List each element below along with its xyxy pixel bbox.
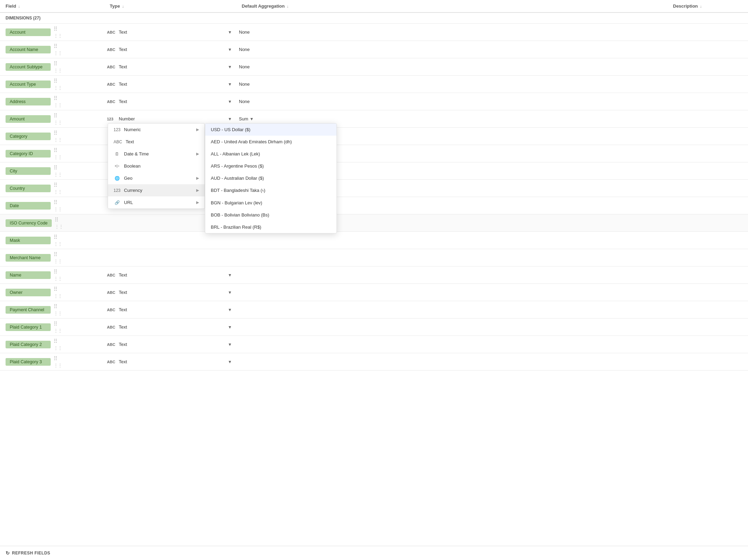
type-dropdown-btn-account-type[interactable]: ▼	[226, 81, 233, 87]
field-tag-payment-channel[interactable]: Payment Channel	[6, 306, 51, 314]
drag-handle-city[interactable]: ⋮⋮	[53, 164, 62, 177]
drag-handle-account-name[interactable]: ⋮⋮	[53, 43, 62, 56]
type-dropdown-btn-plaid-category-2[interactable]: ▼	[226, 341, 233, 348]
type-sort-icon[interactable]: ↓	[122, 4, 124, 8]
field-tag-address[interactable]: Address	[6, 98, 51, 105]
aggregation-cell-account-type: None	[236, 79, 679, 89]
drag-handle-name[interactable]: ⋮⋮	[53, 269, 62, 281]
field-tag-country[interactable]: Country	[6, 185, 51, 192]
type-icon-address: ABC	[107, 100, 117, 104]
currency-item-1[interactable]: AED - United Arab Emirates Dirham (dh)	[205, 136, 336, 148]
type-dropdown-btn-account-name[interactable]: ▼	[226, 46, 233, 53]
field-tag-amount[interactable]: Amount	[6, 115, 51, 123]
drag-handle-address[interactable]: ⋮⋮	[53, 95, 62, 108]
field-tag-owner[interactable]: Owner	[6, 289, 51, 296]
type-dropdown-btn-plaid-category-1[interactable]: ▼	[226, 324, 233, 330]
aggregation-cell-plaid-category-2	[236, 342, 679, 347]
type-dropdown-btn-account-subtype[interactable]: ▼	[226, 64, 233, 70]
aggregation-cell-account-name: None	[236, 45, 679, 54]
drag-handle-account-subtype[interactable]: ⋮⋮	[53, 60, 62, 73]
geo-arrow: ▶	[196, 176, 199, 180]
description-cell-account-subtype	[679, 65, 748, 69]
field-tag-account-type[interactable]: Account Type	[6, 80, 51, 88]
field-tag-plaid-category-2[interactable]: Plaid Category 2	[6, 341, 51, 348]
type-dropdown-btn-name[interactable]: ▼	[226, 272, 233, 278]
currency-item-0[interactable]: USD - US Dollar ($)	[205, 124, 336, 136]
field-tag-account-name[interactable]: Account Name	[6, 46, 51, 53]
field-tag-name[interactable]: Name	[6, 271, 51, 279]
field-cell-account: Account⋮⋮	[0, 24, 104, 41]
field-tag-iso-currency-code[interactable]: ISO Currency Code	[6, 219, 52, 227]
currency-item-4[interactable]: AUD - Australian Dollar ($)	[205, 172, 336, 184]
drag-handle-merchant-name[interactable]: ⋮⋮	[53, 251, 62, 264]
drag-handle-amount[interactable]: ⋮⋮	[53, 112, 62, 125]
field-tag-mask[interactable]: Mask	[6, 237, 51, 244]
field-cell-payment-channel: Payment Channel⋮⋮	[0, 301, 104, 318]
field-cell-plaid-category-1: Plaid Category 1⋮⋮	[0, 319, 104, 336]
field-cell-account-type: Account Type⋮⋮	[0, 76, 104, 93]
field-tag-city[interactable]: City	[6, 167, 51, 175]
type-dropdown-btn-amount[interactable]: ▼	[226, 116, 233, 122]
type-dropdown-btn-account[interactable]: ▼	[226, 29, 233, 35]
field-column-header: Field ↓	[6, 3, 110, 9]
table-row: Owner⋮⋮ABCText▼	[0, 284, 748, 301]
field-tag-plaid-category-3[interactable]: Plaid Category 3	[6, 358, 51, 366]
aggregation-column-header: Default Aggregation ↓	[242, 3, 673, 9]
type-cell-merchant-name	[104, 256, 236, 260]
drag-handle-account[interactable]: ⋮⋮	[53, 26, 62, 39]
drag-handle-category-id[interactable]: ⋮⋮	[53, 147, 62, 160]
boolean-icon: ×|÷	[114, 164, 120, 168]
field-tag-merchant-name[interactable]: Merchant Name	[6, 254, 51, 262]
drag-handle-country[interactable]: ⋮⋮	[53, 182, 62, 195]
drag-handle-payment-channel[interactable]: ⋮⋮	[53, 303, 62, 316]
type-label-address: Text	[119, 99, 224, 104]
field-tag-category-id[interactable]: Category ID	[6, 150, 51, 158]
currency-item-5[interactable]: BDT - Bangladeshi Taka (৳)	[205, 184, 336, 197]
menu-item-url[interactable]: 🔗 URL ▶	[108, 196, 205, 209]
table-row: Name⋮⋮ABCText▼	[0, 266, 748, 284]
aggregation-cell-address: None	[236, 97, 679, 106]
type-dropdown-btn-address[interactable]: ▼	[226, 99, 233, 105]
field-tag-account-subtype[interactable]: Account Subtype	[6, 63, 51, 71]
type-dropdown-btn-plaid-category-3[interactable]: ▼	[226, 359, 233, 365]
type-label-plaid-category-3: Text	[119, 359, 224, 364]
currency-item-8[interactable]: BRL - Brazilian Real (R$)	[205, 221, 336, 233]
numeric-label: Numeric	[124, 127, 141, 132]
drag-handle-owner[interactable]: ⋮⋮	[53, 286, 62, 299]
menu-item-text[interactable]: ABC Text	[108, 136, 205, 148]
type-icon-account-subtype: ABC	[107, 65, 117, 69]
drag-handle-date[interactable]: ⋮⋮	[53, 199, 62, 212]
drag-handle-plaid-category-1[interactable]: ⋮⋮	[53, 321, 62, 333]
field-tag-account[interactable]: Account	[6, 28, 51, 36]
menu-item-datetime[interactable]: 🗓 Date & Time ▶	[108, 148, 205, 160]
type-dropdown-btn-owner[interactable]: ▼	[226, 289, 233, 296]
field-tag-plaid-category-1[interactable]: Plaid Category 1	[6, 323, 51, 331]
description-sort-icon[interactable]: ↓	[700, 4, 702, 8]
aggregation-sort-icon[interactable]: ↓	[287, 4, 289, 8]
agg-dropdown-btn-amount[interactable]: ▼	[250, 117, 254, 121]
drag-handle-account-type[interactable]: ⋮⋮	[53, 78, 62, 91]
drag-handle-mask[interactable]: ⋮⋮	[53, 234, 62, 247]
currency-item-6[interactable]: BGN - Bulgarian Lev (lev)	[205, 197, 336, 209]
menu-item-geo[interactable]: 🌐 Geo ▶	[108, 172, 205, 184]
type-label-plaid-category-2: Text	[119, 342, 224, 347]
drag-handle-plaid-category-2[interactable]: ⋮⋮	[53, 338, 62, 351]
menu-item-boolean[interactable]: ×|÷ Boolean	[108, 160, 205, 172]
boolean-label: Boolean	[124, 163, 141, 169]
drag-handle-plaid-category-3[interactable]: ⋮⋮	[53, 355, 62, 368]
refresh-fields-button[interactable]: ↻ REFRESH FIELDS	[6, 550, 50, 556]
type-dropdown-btn-payment-channel[interactable]: ▼	[226, 307, 233, 313]
currency-item-2[interactable]: ALL - Albanian Lek (Lek)	[205, 148, 336, 160]
menu-item-numeric[interactable]: 123 Numeric ▶	[108, 124, 205, 136]
type-cell-payment-channel: ABCText▼	[104, 305, 236, 315]
menu-item-currency[interactable]: 123 Currency ▶	[108, 184, 205, 196]
field-tag-date[interactable]: Date	[6, 202, 51, 210]
currency-item-7[interactable]: BOB - Bolivian Boliviano (Bs)	[205, 209, 336, 221]
field-tag-category[interactable]: Category	[6, 133, 51, 140]
drag-handle-iso-currency-code[interactable]: ⋮⋮	[55, 217, 63, 229]
currency-item-3[interactable]: ARS - Argentine Pesos ($)	[205, 160, 336, 172]
field-sort-icon[interactable]: ↓	[18, 4, 20, 8]
field-cell-amount: Amount⋮⋮	[0, 110, 104, 127]
aggregation-label-account: None	[239, 29, 250, 35]
drag-handle-category[interactable]: ⋮⋮	[53, 130, 62, 143]
